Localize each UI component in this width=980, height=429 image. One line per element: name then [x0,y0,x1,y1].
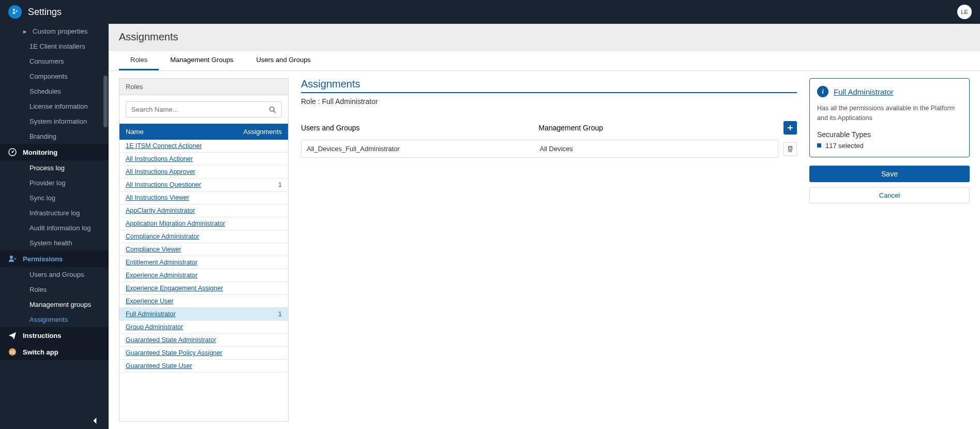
sidebar-item-users-and-groups[interactable]: Users and Groups [0,267,109,282]
column-users-groups: Users and Groups [301,124,539,132]
role-count: 1 [266,310,282,318]
sidebar-section-permissions[interactable]: Permissions [0,250,109,267]
sidebar-item-sync-log[interactable]: Sync log [0,190,109,205]
svg-point-1 [12,152,13,153]
role-row[interactable]: Entitlement Administrator [119,256,288,269]
role-row[interactable]: Full Administrator1 [119,308,288,321]
role-count [266,168,282,175]
role-info-description: Has all the permissions available in the… [817,103,962,123]
roles-list: 1E ITSM Connect ActionerAll Instructions… [119,140,288,421]
gauge-icon [8,148,18,156]
user-avatar[interactable]: LE [957,5,972,19]
sidebar-item-infrastructure-log[interactable]: Infrastructure log [0,205,109,220]
role-link[interactable]: All Instructions Actioner [126,155,266,162]
sidebar-section-instructions[interactable]: Instructions [0,327,109,344]
role-link[interactable]: Compliance Viewer [126,246,266,253]
topbar: Settings LE [0,0,980,24]
role-row[interactable]: Compliance Administrator [119,230,288,243]
sidebar-item-1e-client-installers[interactable]: 1E Client installers [0,39,109,54]
role-count [266,298,282,305]
app-logo-icon [8,5,22,19]
svg-point-2 [10,256,13,259]
role-link[interactable]: Guaranteed State User [126,362,266,369]
sidebar-item-audit-information-log[interactable]: Audit information log [0,220,109,235]
delete-assignment-button[interactable] [783,142,797,156]
role-row[interactable]: 1E ITSM Connect Actioner [119,140,288,153]
role-link[interactable]: Full Administrator [126,310,266,318]
sidebar-item-branding[interactable]: Branding [0,129,109,144]
sidebar-item-components[interactable]: Components [0,69,109,84]
securable-types-label: Securable Types [817,130,962,139]
role-count [266,336,282,344]
sidebar-item-provider-log[interactable]: Provider log [0,175,109,190]
bullet-icon [817,143,821,147]
role-link[interactable]: AppClarity Administrator [126,207,266,214]
sidebar-item-management-groups[interactable]: Management groups [0,297,109,312]
sidebar-item-assignments[interactable]: Assignments [0,312,109,327]
sidebar-item-process-log[interactable]: Process log [0,160,109,175]
role-row[interactable]: All Instructions Actioner [119,153,288,166]
tab-users-and-groups[interactable]: Users and Groups [245,51,322,70]
cancel-button[interactable]: Cancel [809,187,970,203]
role-link[interactable]: 1E ITSM Connect Actioner [126,142,266,150]
role-row[interactable]: Experience Engagement Assigner [119,282,288,295]
role-link[interactable]: Entitlement Administrator [126,259,266,266]
role-link[interactable]: Experience Engagement Assigner [126,285,266,292]
page-title: Assignments [109,24,980,51]
sidebar-item-consumers[interactable]: Consumers [0,54,109,69]
search-input[interactable] [131,106,269,113]
role-row[interactable]: Guaranteed State Policy Assigner [119,347,288,360]
role-link[interactable]: All Instructions Questioner [126,181,266,188]
sidebar-scrollbar[interactable] [103,76,108,127]
main: Assignments RolesManagement GroupsUsers … [109,24,980,429]
sidebar-item-system-information[interactable]: System information [0,114,109,129]
role-row[interactable]: Group Administrator [119,321,288,334]
role-row[interactable]: Compliance Viewer [119,243,288,256]
tab-management-groups[interactable]: Management Groups [159,51,245,70]
column-management-group: Management Group [539,124,777,132]
role-row[interactable]: All Instructions Questioner1 [119,179,288,191]
search-box[interactable] [126,101,282,117]
sidebar-item-system-health[interactable]: System health [0,235,109,250]
role-link[interactable]: Guaranteed State Administrator [126,336,266,344]
collapse-sidebar-button[interactable] [92,418,98,424]
save-button[interactable]: Save [809,166,970,182]
role-info-title[interactable]: Full Administrator [834,87,894,96]
column-assignments: Assignments [244,128,282,136]
role-row[interactable]: Guaranteed State Administrator [119,334,288,347]
info-icon: i [817,86,828,97]
role-link[interactable]: All Instructions Viewer [126,194,266,201]
sidebar: ▸Custom properties1E Client installersCo… [0,24,109,429]
tab-roles[interactable]: Roles [119,51,159,70]
role-row[interactable]: Experience User [119,295,288,308]
role-row[interactable]: Application Migration Administrator [119,217,288,230]
role-row[interactable]: All Instructions Viewer [119,191,288,204]
role-count [266,349,282,357]
role-row[interactable]: Guaranteed State User [119,360,288,373]
sidebar-section-switch-app[interactable]: 1ESwitch app [0,344,109,360]
role-row[interactable]: Experience Administrator [119,269,288,282]
role-info-box: i Full Administrator Has all the permiss… [809,78,970,157]
sidebar-item-schedules[interactable]: Schedules [0,84,109,99]
role-count [266,272,282,279]
role-link[interactable]: Experience Administrator [126,272,266,279]
role-row[interactable]: All Instructions Approver [119,166,288,179]
role-row[interactable]: AppClarity Administrator [119,204,288,217]
role-link[interactable]: Group Administrator [126,323,266,331]
assignments-detail: Assignments Role : Full Administrator Us… [301,78,797,422]
role-count: 1 [266,181,282,188]
sidebar-section-monitoring[interactable]: Monitoring [0,144,109,160]
role-link[interactable]: All Instructions Approver [126,168,266,175]
role-link[interactable]: Guaranteed State Policy Assigner [126,349,266,357]
role-link[interactable]: Compliance Administrator [126,233,266,240]
search-icon [269,106,276,113]
svg-rect-6 [788,127,793,128]
role-link[interactable]: Experience User [126,298,266,305]
plane-icon [8,331,18,339]
sidebar-item-license-information[interactable]: License information [0,99,109,114]
assignment-cells[interactable]: All_Devices_Full_AdministratorAll Device… [301,140,778,158]
sidebar-item-roles[interactable]: Roles [0,282,109,297]
role-link[interactable]: Application Migration Administrator [126,220,266,227]
add-assignment-button[interactable] [783,121,797,135]
sidebar-item-custom-properties[interactable]: ▸Custom properties [0,24,109,39]
